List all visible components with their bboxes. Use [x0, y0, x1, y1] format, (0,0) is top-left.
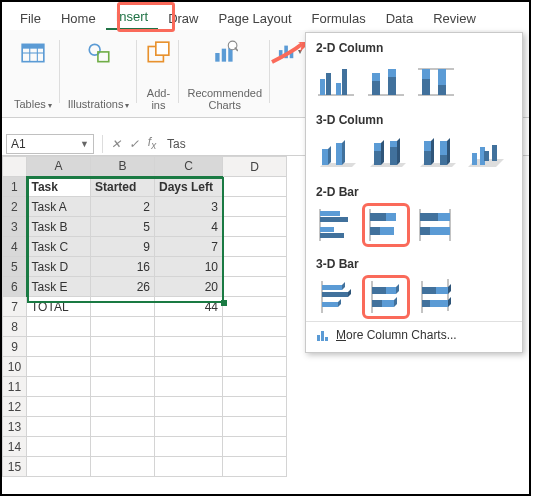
cell[interactable] [27, 357, 91, 377]
cell[interactable] [155, 437, 223, 457]
cell[interactable]: 20 [155, 277, 223, 297]
cell[interactable] [155, 397, 223, 417]
cell[interactable]: Task [27, 177, 91, 197]
cell[interactable]: 2 [91, 197, 155, 217]
cell[interactable]: TOTAL [27, 297, 91, 317]
chart-3d-100-stacked-column[interactable] [416, 135, 456, 171]
cell[interactable] [91, 297, 155, 317]
name-box[interactable]: A1 ▼ [6, 134, 94, 154]
chart-clustered-bar[interactable] [316, 207, 356, 243]
cell[interactable]: Days Left [155, 177, 223, 197]
cell[interactable] [91, 337, 155, 357]
chart-100-stacked-bar[interactable] [416, 207, 456, 243]
cell[interactable]: 5 [91, 217, 155, 237]
cell[interactable]: Task C [27, 237, 91, 257]
row-header[interactable]: 12 [3, 397, 27, 417]
select-all-corner[interactable] [3, 157, 27, 177]
cell[interactable] [223, 437, 287, 457]
tab-insert[interactable]: Insert [106, 4, 159, 30]
cell[interactable] [155, 357, 223, 377]
cell[interactable] [27, 397, 91, 417]
cell[interactable]: Task E [27, 277, 91, 297]
row-header[interactable]: 15 [3, 457, 27, 477]
cell[interactable]: Task D [27, 257, 91, 277]
cell[interactable] [223, 277, 287, 297]
row-header[interactable]: 4 [3, 237, 27, 257]
cell[interactable] [91, 397, 155, 417]
chart-3d-stacked-bar[interactable] [366, 279, 406, 315]
col-header-C[interactable]: C [155, 157, 223, 177]
row-header[interactable]: 8 [3, 317, 27, 337]
chart-3d-clustered-bar[interactable] [316, 279, 356, 315]
cell[interactable] [223, 357, 287, 377]
row-header[interactable]: 6 [3, 277, 27, 297]
cell[interactable] [27, 437, 91, 457]
cell[interactable] [155, 457, 223, 477]
more-column-charts[interactable]: More Column Charts... [306, 321, 522, 348]
cell[interactable] [155, 377, 223, 397]
cell[interactable] [223, 177, 287, 197]
cell[interactable]: 9 [91, 237, 155, 257]
cell[interactable]: 44 [155, 297, 223, 317]
cell[interactable] [155, 417, 223, 437]
cell[interactable] [223, 197, 287, 217]
cell[interactable]: 10 [155, 257, 223, 277]
row-header[interactable]: 3 [3, 217, 27, 237]
cell[interactable] [223, 317, 287, 337]
cell[interactable] [223, 377, 287, 397]
cell[interactable] [91, 457, 155, 477]
row-header[interactable]: 9 [3, 337, 27, 357]
cancel-formula-icon[interactable]: ✕ [107, 137, 125, 151]
cell[interactable] [91, 357, 155, 377]
cell[interactable] [223, 257, 287, 277]
group-recommended-charts[interactable]: Recommended Charts [181, 34, 268, 117]
cell[interactable] [27, 417, 91, 437]
tab-formulas[interactable]: Formulas [302, 6, 376, 30]
cell[interactable] [91, 317, 155, 337]
chart-stacked-bar[interactable] [366, 207, 406, 243]
row-header[interactable]: 11 [3, 377, 27, 397]
column-chart-dropdown[interactable]: ▾ [278, 40, 302, 62]
col-header-D[interactable]: D [223, 157, 287, 177]
cell[interactable] [91, 377, 155, 397]
cell[interactable] [223, 237, 287, 257]
row-header[interactable]: 13 [3, 417, 27, 437]
col-header-A[interactable]: A [27, 157, 91, 177]
chart-3d-stacked-column[interactable] [366, 135, 406, 171]
cell[interactable] [155, 317, 223, 337]
cell[interactable] [223, 337, 287, 357]
row-header[interactable]: 2 [3, 197, 27, 217]
cell[interactable] [223, 297, 287, 317]
fx-icon[interactable]: fx [143, 135, 161, 151]
tab-page-layout[interactable]: Page Layout [209, 6, 302, 30]
group-illustrations[interactable]: Illustrations▾ [62, 34, 136, 117]
tab-file[interactable]: File [10, 6, 51, 30]
chart-3d-column[interactable] [466, 135, 506, 171]
chevron-down-icon[interactable]: ▼ [80, 139, 89, 149]
group-addins[interactable]: Add- ins [139, 34, 177, 117]
cell[interactable] [223, 457, 287, 477]
row-header[interactable]: 7 [3, 297, 27, 317]
chart-3d-100-stacked-bar[interactable] [416, 279, 456, 315]
cell[interactable] [223, 217, 287, 237]
col-header-B[interactable]: B [91, 157, 155, 177]
tab-home[interactable]: Home [51, 6, 106, 30]
cell[interactable]: Task A [27, 197, 91, 217]
cell[interactable] [91, 437, 155, 457]
cell[interactable] [155, 337, 223, 357]
chart-clustered-column[interactable] [316, 63, 356, 99]
chart-3d-clustered-column[interactable] [316, 135, 356, 171]
cell[interactable] [27, 317, 91, 337]
cell[interactable]: 3 [155, 197, 223, 217]
chart-100-stacked-column[interactable] [416, 63, 456, 99]
tab-review[interactable]: Review [423, 6, 486, 30]
enter-formula-icon[interactable]: ✓ [125, 137, 143, 151]
cell[interactable] [223, 397, 287, 417]
tab-data[interactable]: Data [376, 6, 423, 30]
cell[interactable] [27, 457, 91, 477]
row-header[interactable]: 5 [3, 257, 27, 277]
cell[interactable]: 26 [91, 277, 155, 297]
row-header[interactable]: 1 [3, 177, 27, 197]
chart-stacked-column[interactable] [366, 63, 406, 99]
cell[interactable] [27, 337, 91, 357]
